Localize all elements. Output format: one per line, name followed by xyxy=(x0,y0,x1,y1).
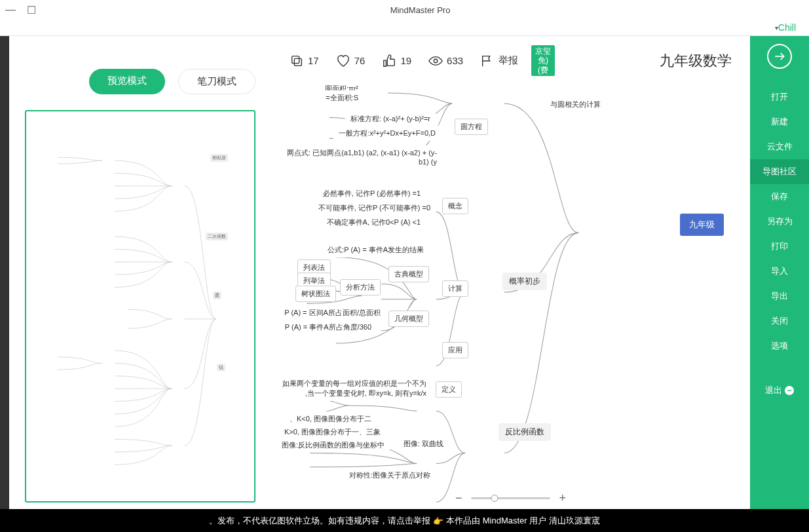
mm-node-prob-e1[interactable]: P (A) = 区间A所占面积/总面积 xyxy=(279,305,386,320)
sidebar-item-save[interactable]: 保存 xyxy=(750,184,809,209)
sidebar-item-print[interactable]: 打印 xyxy=(750,234,809,259)
stat-thumbs[interactable]: 19 xyxy=(382,54,411,68)
user-row: ▾ Chill xyxy=(0,20,809,35)
scissors-icon[interactable] xyxy=(0,78,5,92)
mode-preview[interactable]: 预览模式 xyxy=(89,69,165,94)
zoom-out-button[interactable]: − xyxy=(451,491,466,505)
mode-draft[interactable]: 笔刀模式 xyxy=(178,69,255,94)
sidebar-item-import[interactable]: 导入 xyxy=(750,259,809,284)
thumbnail-graphic xyxy=(26,111,254,501)
thumb-branch-4: 锐 xyxy=(217,364,225,371)
free-badge: 京玺 (免 费) xyxy=(531,45,555,76)
sidebar-item-open[interactable]: 打开 xyxy=(750,85,809,109)
mm-node-prob-d3[interactable]: 树状图法 xyxy=(295,286,336,302)
preview-pane: 预览模式 笔刀模式 相似形 二次函数 xyxy=(9,36,271,509)
sidebar-item-cloud[interactable]: 云文件 xyxy=(750,134,809,159)
mm-node-prob-method[interactable]: 分析方法 xyxy=(340,279,381,295)
zoom-slider[interactable] xyxy=(472,497,550,499)
svg-line-7 xyxy=(0,86,3,90)
exit-icon: − xyxy=(785,386,794,395)
mm-node-prob-concept[interactable]: 概念 xyxy=(442,198,468,214)
footer-bar: 本作品由 MindMaster 用户 清山玖源寰宬 👉 发布，不代表亿图软件立场… xyxy=(0,509,809,532)
thumb-branch-3: 圆 xyxy=(213,292,221,299)
svg-rect-2 xyxy=(292,56,299,63)
mm-node-inv-sym[interactable]: 对称性:图像关于原点对称 xyxy=(344,468,436,483)
sidebar-item-export[interactable]: 导出 xyxy=(750,284,809,309)
mm-node-prob-formula[interactable]: 公式:P (A) = 事件A发生的结果 xyxy=(322,242,429,257)
mm-node-prob-a3[interactable]: 不确定事件A, 记作0<P (A) <1 xyxy=(322,215,426,230)
mm-node-circle-calc[interactable]: 与圆相关的计算 xyxy=(545,97,606,112)
mm-node-twopt[interactable]: 两点式: 已知两点(a1,b1) (a2, (x-a1) (x-a2) + (y… xyxy=(278,145,442,168)
doc-header: 九年级数学 京玺 (免 费) 17 76 19 633 举报 xyxy=(271,36,750,83)
stat-report-label: 举报 xyxy=(499,54,518,67)
maximize-button[interactable]: ☐ xyxy=(26,5,37,15)
sidebar-item-saveas[interactable]: 另存为 xyxy=(750,209,809,234)
footer-text-a: 本作品由 MindMaster 用户 清山玖源寰宬 xyxy=(446,515,600,527)
mm-node-stdeq[interactable]: 标准方程: (x-a)²+ (y-b)²=r xyxy=(345,111,436,126)
stats: 17 76 19 633 举报 xyxy=(290,54,518,68)
sidebar-item-options[interactable]: 选项 xyxy=(750,333,809,358)
mm-node-prob-calc[interactable]: 计算 xyxy=(442,280,468,297)
zoom-thumb[interactable] xyxy=(491,495,499,502)
window-controls: — ☐ xyxy=(5,5,37,15)
mm-node-prob-e2[interactable]: P (A) = 事件A所占角度/360 xyxy=(280,320,377,335)
stat-likes[interactable]: 76 xyxy=(336,54,366,68)
sidebar: 打开 新建 云文件 导图社区 保存 另存为 打印 导入 导出 关闭 选项 − 退… xyxy=(750,36,809,509)
collapsed-panel-strip[interactable] xyxy=(0,36,9,509)
mm-node-prob-geom[interactable]: 几何概型 xyxy=(388,311,429,327)
svg-rect-1 xyxy=(294,58,301,66)
mm-node-circle-eq[interactable]: 圆方程 xyxy=(455,119,488,135)
content: 九年级数学 京玺 (免 费) 17 76 19 633 举报 xyxy=(0,36,750,509)
mm-node-inv-def[interactable]: 定义 xyxy=(436,381,462,398)
stat-copies[interactable]: 17 xyxy=(290,54,319,68)
sidebar-item-new[interactable]: 新建 xyxy=(750,109,809,134)
stat-views[interactable]: 633 xyxy=(428,54,463,68)
mm-node-inv-a1[interactable]: 如果两个变量的每一组对应值的积是一个不为 当一个变量变化时, 即xy=k, 则有… xyxy=(271,376,432,401)
mm-node-prob-classic[interactable]: 古典概型 xyxy=(388,266,429,282)
main-layout: 打开 新建 云文件 导图社区 保存 另存为 打印 导入 导出 关闭 选项 − 退… xyxy=(0,36,809,509)
doc-title: 九年级数学 xyxy=(660,51,732,71)
minimize-button[interactable]: — xyxy=(5,5,16,15)
exit-label: 退出 xyxy=(765,385,782,396)
mm-node-prob-app[interactable]: 应用 xyxy=(442,342,468,358)
mindmap-canvas[interactable]: 九年级 与圆相关的计算 圆方程 圆面积:πr² 全面积:S= 标准方程: (x-… xyxy=(271,83,750,509)
mode-switch: 预览模式 笔刀模式 xyxy=(25,69,255,94)
stat-thumbs-value: 19 xyxy=(400,55,411,66)
mm-node-prob-a1[interactable]: 必然事件, 记作P (必然事件) =1 xyxy=(318,186,426,201)
mm-node-geneq[interactable]: 一般方程:x²+y²+Dx+Ey+F=0,D xyxy=(333,126,441,141)
sidebar-item-exit[interactable]: − 退出 xyxy=(750,378,809,403)
app-title: MindMaster Pro xyxy=(37,5,804,15)
stat-views-value: 633 xyxy=(447,55,463,66)
thumbnail[interactable]: 相似形 二次函数 圆 锐 xyxy=(25,110,255,503)
user-name[interactable]: Chill xyxy=(778,22,796,33)
mm-node-inv-b3[interactable]: 图像:反比例函数的图像与坐标中 xyxy=(276,438,390,453)
thumb-branch-1: 相似形 xyxy=(210,154,228,162)
pointing-hand-icon: 👉 xyxy=(433,516,443,526)
zoom-control: − + xyxy=(451,491,570,505)
mm-node-inv-img[interactable]: 图像: 双曲线 xyxy=(398,436,449,451)
mm-root[interactable]: 九年级 xyxy=(680,214,724,236)
stat-likes-value: 76 xyxy=(354,55,366,66)
back-button[interactable] xyxy=(767,44,792,69)
thumb-branch-2: 二次函数 xyxy=(206,233,228,240)
svg-line-6 xyxy=(0,81,3,88)
mm-node-inv[interactable]: 反比例函数 xyxy=(499,423,551,441)
mm-node-prob[interactable]: 概率初步 xyxy=(502,273,547,290)
footer-text-b: 发布，不代表亿图软件立场。如有违规内容，请点击举报。 xyxy=(209,515,430,527)
zoom-in-button[interactable]: + xyxy=(555,491,571,505)
title-bar: — ☐ MindMaster Pro xyxy=(0,0,809,20)
stat-copies-value: 17 xyxy=(308,55,319,66)
main-pane: 九年级数学 京玺 (免 费) 17 76 19 633 举报 xyxy=(271,36,750,509)
mm-node-fullarea[interactable]: 全面积:S= xyxy=(320,90,364,105)
sidebar-item-close[interactable]: 关闭 xyxy=(750,309,809,333)
sidebar-item-community[interactable]: 导图社区 xyxy=(750,159,809,184)
svg-point-3 xyxy=(434,59,438,63)
mm-node-prob-a2[interactable]: 不可能事件, 记作P (不可能事件) =0 xyxy=(313,200,436,216)
stat-report[interactable]: 举报 xyxy=(480,54,518,68)
